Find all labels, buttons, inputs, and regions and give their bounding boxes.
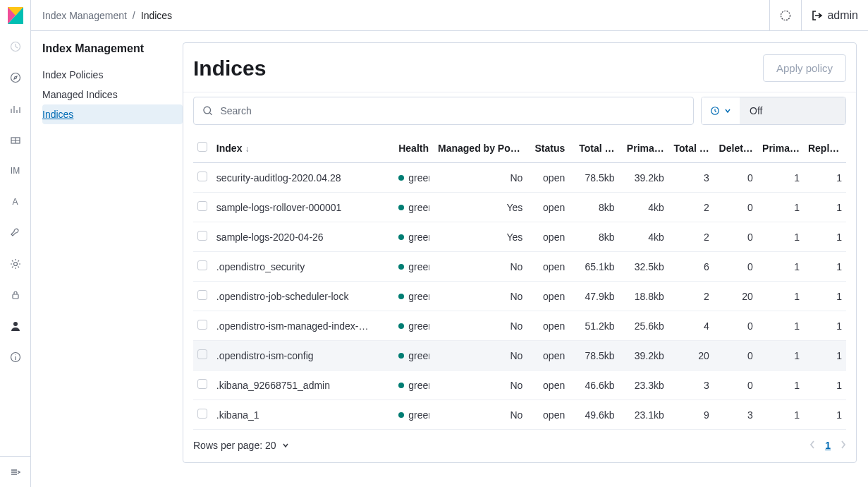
col-prim-size[interactable]: Prima… bbox=[619, 133, 668, 163]
search-input[interactable] bbox=[220, 105, 685, 116]
cell-total-docs: 4 bbox=[668, 311, 714, 341]
cell-total-size: 46.6kb bbox=[569, 371, 618, 400]
row-checkbox[interactable] bbox=[197, 201, 207, 211]
row-checkbox[interactable] bbox=[197, 379, 207, 389]
table-row[interactable]: .opendistro-ism-configgreenNoopen78.5kb3… bbox=[193, 341, 846, 371]
app-logo[interactable] bbox=[0, 0, 31, 31]
cell-health: green bbox=[394, 341, 434, 371]
health-dot-icon bbox=[398, 294, 404, 299]
col-status[interactable]: Status bbox=[527, 133, 569, 163]
sidenav-title: Index Management bbox=[42, 42, 183, 55]
cell-prim-shards: 1 bbox=[757, 163, 804, 193]
col-total-docs[interactable]: Total … bbox=[668, 133, 714, 163]
cell-prim-size: 23.3kb bbox=[619, 371, 668, 400]
cell-status: open bbox=[527, 341, 569, 371]
breadcrumb-current: Indices bbox=[141, 10, 172, 21]
cell-managed: No bbox=[434, 400, 527, 430]
cell-prim-size: 32.5kb bbox=[619, 252, 668, 282]
rows-per-page-button[interactable]: Rows per page: 20 bbox=[193, 440, 289, 451]
cell-index: .opendistro-ism-config bbox=[212, 341, 394, 371]
cell-prim-shards: 1 bbox=[757, 400, 804, 430]
cell-health: green bbox=[394, 400, 434, 430]
pager-prev-button[interactable] bbox=[809, 440, 815, 451]
row-checkbox[interactable] bbox=[197, 409, 207, 419]
devtools-icon[interactable] bbox=[7, 224, 24, 241]
gear-icon[interactable] bbox=[7, 255, 24, 272]
col-total-size[interactable]: Total … bbox=[569, 133, 618, 163]
cell-deleted: 0 bbox=[714, 311, 757, 341]
cell-index: .opendistro_security bbox=[212, 252, 394, 282]
info-icon[interactable] bbox=[7, 349, 24, 366]
cell-replicas: 1 bbox=[804, 371, 846, 400]
cell-prim-size: 39.2kb bbox=[619, 341, 668, 371]
security-icon[interactable] bbox=[7, 287, 24, 303]
cell-index: sample-logs-2020-04-26 bbox=[212, 222, 394, 252]
autorefresh-dropdown[interactable] bbox=[702, 97, 740, 124]
cell-prim-size: 4kb bbox=[619, 222, 668, 252]
cell-health: green bbox=[394, 222, 434, 252]
breadcrumb-parent[interactable]: Index Management bbox=[42, 10, 127, 21]
im-text-icon[interactable]: IM bbox=[7, 162, 24, 179]
dashboard-icon[interactable] bbox=[7, 131, 24, 148]
sort-down-icon: ↓ bbox=[245, 144, 249, 154]
newsfeed-button[interactable] bbox=[769, 0, 801, 30]
cell-total-docs: 2 bbox=[668, 222, 714, 252]
a-text-icon[interactable]: A bbox=[7, 193, 24, 210]
svg-point-8 bbox=[204, 107, 211, 114]
col-health[interactable]: Health bbox=[394, 133, 434, 163]
table-row[interactable]: .opendistro_securitygreenNoopen65.1kb32.… bbox=[193, 252, 846, 282]
col-index[interactable]: Index↓ bbox=[212, 133, 394, 163]
col-prim-shards[interactable]: Prima… bbox=[757, 133, 804, 163]
cell-deleted: 3 bbox=[714, 400, 757, 430]
col-deleted[interactable]: Delet… bbox=[714, 133, 757, 163]
cell-prim-shards: 1 bbox=[757, 311, 804, 341]
indices-panel: Indices Apply policy Off bbox=[183, 42, 857, 463]
pager-next-button[interactable] bbox=[841, 440, 846, 451]
table-row[interactable]: .kibana_1greenNoopen49.6kb23.1kb9311 bbox=[193, 400, 846, 430]
table-row[interactable]: security-auditlog-2020.04.28greenNoopen7… bbox=[193, 163, 846, 193]
sidenav-item-indices[interactable]: Indices bbox=[42, 104, 183, 124]
compass-icon[interactable] bbox=[7, 69, 24, 86]
table-row[interactable]: sample-logs-2020-04-26greenYesopen8kb4kb… bbox=[193, 222, 846, 252]
cell-total-size: 51.2kb bbox=[569, 311, 618, 341]
row-checkbox[interactable] bbox=[197, 172, 207, 181]
recent-icon[interactable] bbox=[7, 38, 24, 55]
pagination: 1 bbox=[809, 440, 846, 451]
visualize-icon[interactable] bbox=[7, 100, 24, 117]
search-box[interactable] bbox=[193, 97, 694, 125]
health-dot-icon bbox=[398, 383, 404, 388]
cell-health: green bbox=[394, 311, 434, 341]
table-row[interactable]: .kibana_92668751_admingreenNoopen46.6kb2… bbox=[193, 371, 846, 400]
breadcrumb: Index Management / Indices bbox=[31, 10, 172, 21]
user-menu-button[interactable]: admin bbox=[801, 0, 868, 30]
row-checkbox[interactable] bbox=[197, 349, 207, 359]
cell-prim-shards: 1 bbox=[757, 252, 804, 282]
cell-total-docs: 6 bbox=[668, 252, 714, 282]
cell-deleted: 20 bbox=[714, 282, 757, 311]
row-checkbox[interactable] bbox=[197, 320, 207, 330]
row-checkbox[interactable] bbox=[197, 231, 207, 241]
select-all-checkbox[interactable] bbox=[197, 142, 207, 152]
cell-total-docs: 3 bbox=[668, 163, 714, 193]
row-checkbox[interactable] bbox=[197, 290, 207, 300]
table-row[interactable]: sample-logs-rollover-000001greenYesopen8… bbox=[193, 193, 846, 222]
cell-total-docs: 9 bbox=[668, 400, 714, 430]
col-managed[interactable]: Managed by Policy bbox=[434, 133, 527, 163]
table-row[interactable]: .opendistro-ism-managed-index-…greenNoop… bbox=[193, 311, 846, 341]
col-replicas[interactable]: Replic… bbox=[804, 133, 846, 163]
apply-policy-button[interactable]: Apply policy bbox=[763, 54, 846, 82]
pager-page-1[interactable]: 1 bbox=[825, 440, 831, 451]
cell-managed: No bbox=[434, 341, 527, 371]
health-dot-icon bbox=[398, 353, 404, 359]
expand-rail-button[interactable] bbox=[0, 456, 31, 487]
autorefresh-control[interactable]: Off bbox=[701, 97, 846, 125]
cell-status: open bbox=[527, 222, 569, 252]
sidenav-item-managed-indices[interactable]: Managed Indices bbox=[42, 85, 183, 104]
sidenav-item-index-policies[interactable]: Index Policies bbox=[42, 65, 183, 85]
table-row[interactable]: .opendistro-job-scheduler-lockgreenNoope… bbox=[193, 282, 846, 311]
tenant-icon[interactable] bbox=[7, 318, 24, 335]
cell-prim-shards: 1 bbox=[757, 193, 804, 222]
row-checkbox[interactable] bbox=[197, 260, 207, 270]
breadcrumb-separator: / bbox=[133, 10, 135, 21]
cell-health: green bbox=[394, 163, 434, 193]
